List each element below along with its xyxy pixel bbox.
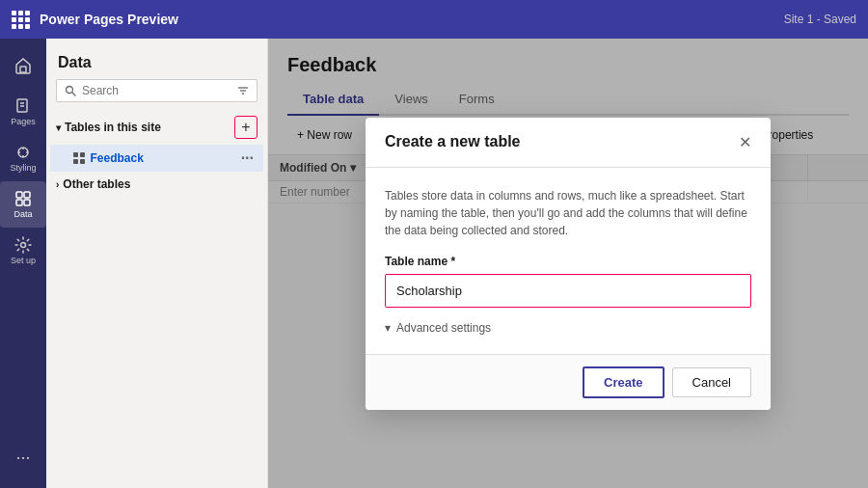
icon-bar: Pages Styling Data Set [0, 39, 46, 488]
svg-rect-7 [16, 200, 22, 205]
svg-rect-5 [16, 192, 22, 198]
sidebar-item-setup[interactable]: Set up [0, 228, 46, 274]
data-icon [14, 190, 32, 207]
dialog-body: Tables store data in columns and rows, m… [366, 168, 771, 354]
search-icon [65, 85, 76, 96]
sidebar-title: Data [46, 39, 267, 79]
pages-label: Pages [11, 117, 36, 126]
table-grid-icon [73, 152, 85, 164]
content-area: Feedback Table data Views Forms + New ro… [268, 39, 868, 488]
chevron-down-icon: ▾ [56, 122, 61, 133]
sidebar-item-more[interactable]: ··· [0, 434, 46, 480]
tables-this-site-label: Tables in this site [65, 121, 161, 134]
dialog-footer: Create Cancel [366, 354, 771, 410]
sidebar-item-styling[interactable]: Styling [0, 135, 46, 181]
other-tables-label: Other tables [63, 177, 130, 191]
other-tables-section[interactable]: › Other tables [46, 172, 267, 197]
app-title: Power Pages Preview [40, 12, 178, 27]
svg-point-9 [21, 243, 26, 248]
styling-icon [14, 144, 32, 161]
dialog-overlay: Create a new table ✕ Tables store data i… [268, 39, 868, 488]
sidebar-item-feedback[interactable]: Feedback ··· [50, 145, 263, 172]
search-bar[interactable] [56, 79, 258, 102]
pages-icon [14, 97, 32, 115]
dialog-description: Tables store data in columns and rows, m… [385, 187, 751, 239]
dialog-title: Create a new table [385, 133, 521, 150]
create-table-dialog: Create a new table ✕ Tables store data i… [366, 118, 771, 410]
dialog-header: Create a new table ✕ [366, 118, 771, 168]
item-more-icon[interactable]: ··· [241, 149, 254, 167]
search-input[interactable] [82, 84, 231, 97]
tables-this-site-section[interactable]: ▾ Tables in this site + [46, 110, 267, 145]
sidebar-item-data[interactable]: Data [0, 181, 46, 228]
data-label: Data [14, 209, 32, 219]
app-grid-icon [12, 11, 30, 29]
topbar: Power Pages Preview Site 1 - Saved [0, 0, 868, 39]
add-table-button[interactable]: + [234, 116, 258, 139]
sidebar-item-home[interactable] [0, 42, 46, 89]
styling-label: Styling [10, 163, 36, 173]
svg-line-11 [72, 93, 75, 95]
cancel-button[interactable]: Cancel [672, 367, 751, 397]
setup-icon [14, 236, 32, 254]
setup-label: Set up [11, 256, 36, 265]
dialog-close-button[interactable]: ✕ [739, 133, 751, 151]
advanced-settings-toggle[interactable]: ▾ Advanced settings [385, 321, 751, 335]
sidebar: Data ▾ Tables in this site + Feedback [46, 39, 268, 488]
table-name-label: Table name * [385, 255, 751, 268]
filter-icon [237, 85, 249, 96]
table-name-feedback: Feedback [91, 151, 144, 165]
svg-rect-6 [24, 192, 30, 198]
chevron-right-icon: › [56, 179, 59, 190]
table-name-input[interactable] [387, 276, 749, 306]
create-button[interactable]: Create [583, 366, 664, 398]
sidebar-item-pages[interactable]: Pages [0, 89, 46, 135]
advanced-settings-label: Advanced settings [396, 321, 491, 335]
more-icon: ··· [15, 447, 30, 468]
home-icon [14, 57, 32, 74]
svg-rect-8 [24, 200, 30, 205]
svg-rect-0 [20, 67, 26, 72]
table-name-input-wrap [385, 274, 751, 308]
site-status: Site 1 - Saved [784, 13, 856, 26]
chevron-down-icon: ▾ [385, 321, 391, 335]
